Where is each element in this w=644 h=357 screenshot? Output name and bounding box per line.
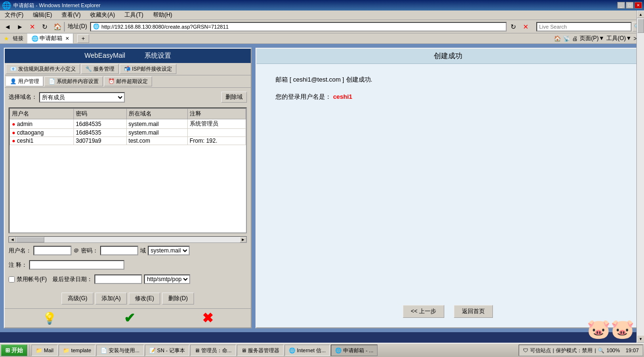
taskbar-item-install[interactable]: 📄 安装与使用... [96,345,143,356]
refresh-button[interactable]: ↻ [39,21,51,32]
taskbar-item-template[interactable]: 📁 template [59,345,95,356]
separator: | [553,347,554,353]
tab-user-mgmt[interactable]: 👤 用户管理 [6,76,43,86]
home-link[interactable]: 🏠 [554,35,561,42]
menu-help[interactable]: 帮助(H) [150,10,175,20]
taskbar-divider [29,345,30,356]
clock: 19:07 [625,347,639,353]
tab-new[interactable]: + [77,34,89,43]
panel-header: WebEasyMail 系统设置 [5,49,251,63]
home-button-right[interactable]: 返回首页 [454,305,493,318]
tools-menu[interactable]: 工具(O)▼ [606,34,632,42]
menu-favorites[interactable]: 收藏夹(A) [87,10,118,20]
scroll-up-button[interactable]: ▲ [637,10,644,18]
tab-close-icon[interactable]: ✕ [65,36,69,41]
add-button[interactable]: 添加(A) [95,293,127,304]
tab-mail-expire[interactable]: ⏰ 邮件超期设定 [104,76,152,86]
scroll-left-button[interactable]: ◄ [9,237,16,242]
tab-mail-content[interactable]: 📄 系统邮件内容设置 [44,76,103,86]
modify-button[interactable]: 修改(E) [129,293,160,304]
bulb-icon[interactable]: 💡 [42,312,57,325]
scrollbar-thumb[interactable] [16,237,44,242]
delete-domain-button[interactable]: 删除域 [221,92,247,103]
scroll-track[interactable] [637,18,644,335]
taskbar-item-apply-mail[interactable]: 🌐 申请邮箱 - ... [331,345,378,356]
user-icon: ● [12,137,15,144]
left-panel: WebEasyMail 系统设置 📧 发信规则及邮件大小定义 🔧 服务管理 📬 … [4,48,252,328]
address-label: 地址(D) [68,22,87,31]
window-title: 申请邮箱 - Windows Internet Explorer [13,2,101,9]
taskbar-item-server[interactable]: 🖥 服务器管理器 [237,345,284,356]
user-domain-select[interactable]: system.mail test.com [148,246,190,255]
back-button[interactable]: ◄ [2,21,13,32]
col-note[interactable]: 注释 [187,109,245,119]
separator2: | [594,347,596,353]
table-row[interactable]: ● admin 16d84535 system.mail 系统管理员 [10,119,246,129]
minimize-button[interactable]: _ [617,2,625,9]
tab-expire-icon: ⏰ [108,78,115,84]
note-input[interactable] [29,260,124,270]
domain-select[interactable]: 所有成员 system.mail test.com [39,92,125,103]
panel-tabs-row2: 👤 用户管理 📄 系统邮件内容设置 ⏰ 邮件超期设定 [5,75,251,88]
menu-edit[interactable]: 编辑(E) [30,10,55,20]
col-domain[interactable]: 所在域名 [126,109,187,119]
print-icon[interactable]: 🖨 [572,35,578,42]
ie-icon3: 🌐 [335,347,342,354]
maximize-button[interactable]: □ [626,2,634,9]
scroll-right-button[interactable]: ► [240,237,246,242]
col-password[interactable]: 密码 [74,109,127,119]
col-username[interactable]: 用户名 [10,109,74,119]
rss-icon[interactable]: 📡 [563,35,570,42]
address-value[interactable]: http://192.168.88.130:8080/create.asp?GR… [102,24,229,30]
confirm-icon[interactable]: ✔ [124,310,135,326]
menu-file[interactable]: 文件(F) [2,10,26,20]
tab-apply-mailbox[interactable]: 🌐 申请邮箱 ✕ [27,33,73,43]
taskbar-right: 🛡 可信站点 | 保护模式：禁用 | 🔍 100% 19:07 [519,345,643,356]
taskbar-item-internet[interactable]: 🌐 Internet 信... [285,345,330,356]
tab-isp-settings[interactable]: 📬 ISP邮件接收设定 [120,64,176,74]
taskbar-item-mail[interactable]: 📁 Mail [31,345,58,356]
protocol-select[interactable]: http/smtp/pop smtp/pop http only [144,274,190,284]
disable-checkbox[interactable] [9,276,15,283]
tab-send-rules[interactable]: 📧 发信规则及邮件大小定义 [6,64,80,74]
lastlogin-input[interactable] [94,274,142,284]
back-step-button[interactable]: << 上一步 [403,305,444,318]
note-label: 注 释： [9,261,27,269]
scroll-down-button[interactable]: ▼ [637,335,644,343]
username-row: 用户名： ＠ 密码： 域 system.mail test.com [9,246,247,255]
start-button[interactable]: ⊞ 开始 [1,345,27,356]
home-button[interactable]: 🏠 [51,21,63,32]
taskbar-item-admin[interactable]: 🖥 管理员：命... [190,345,236,356]
stop-button[interactable]: ✕ [27,21,38,32]
delete-user-button[interactable]: 删除(D) [162,293,194,304]
close-button[interactable]: ✕ [634,2,642,9]
horizontal-scrollbar[interactable]: ◄ ► [9,236,247,243]
tab-isp-icon: 📬 [124,66,131,72]
shield-icon: 🛡 [523,347,528,353]
table-row[interactable]: ● cdtaogang 16d84535 system.mail [10,129,246,137]
password-input[interactable] [100,246,138,255]
stop-btn2[interactable]: ✕ [520,21,532,32]
username-label: 用户名： [9,247,31,255]
scroll-thumb[interactable] [637,19,644,33]
address-bar[interactable]: 🌐 http://192.168.88.130:8080/create.asp?… [90,22,507,32]
menu-view[interactable]: 查看(V) [59,10,83,20]
ie-icon2: 🌐 [289,347,296,354]
server-icon: 🖥 [241,347,246,353]
table-row[interactable]: ● ceshi1 3d0719a9 test.com From: 192. [10,137,246,145]
right-panel-buttons: << 上一步 返回首页 [256,295,639,327]
page-scrollbar: ▲ ▼ [636,10,644,343]
taskbar-item-notepad[interactable]: 📝 SN - 记事本 [145,345,189,356]
right-panel-content: 邮箱 [ ceshi1@test.com ] 创建成功. 您的登录用户名是： c… [256,64,639,295]
refresh-btn2[interactable]: ↻ [508,21,519,32]
tab-service-mgmt[interactable]: 🔧 服务管理 [81,64,119,74]
page-menu[interactable]: 页面(P)▼ [580,34,604,42]
cancel-icon[interactable]: ✖ [202,310,213,326]
username-input[interactable] [33,246,72,255]
menu-tools[interactable]: 工具(T) [122,10,146,20]
search-input[interactable] [536,22,632,32]
tab-mail-content-icon: 📄 [49,78,55,84]
panel-header-right: 系统设置 [144,52,171,60]
forward-button[interactable]: ► [14,21,26,32]
advanced-button[interactable]: 高级(G) [61,293,93,304]
